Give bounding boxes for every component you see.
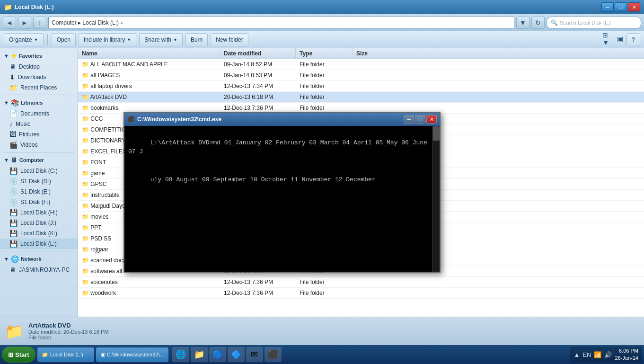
sidebar-item-videos[interactable]: 🎬 Videos bbox=[0, 140, 78, 150]
include-library-button[interactable]: Include in library ▼ bbox=[79, 33, 136, 46]
libraries-header[interactable]: ▼ 📚 Libraries bbox=[0, 97, 78, 108]
favorites-header[interactable]: ▼ ★ Favorites bbox=[0, 50, 78, 62]
sidebar-item-s1-e[interactable]: 💿 S1 Disk (E:) bbox=[0, 186, 78, 197]
cmd-icon: ▣ bbox=[100, 352, 105, 358]
favorites-arrow: ▼ bbox=[4, 53, 9, 59]
cmd-line2: uly 08_August 09_September 10_October 11… bbox=[150, 176, 376, 183]
taskbar-explorer2-button[interactable]: 📁 bbox=[191, 347, 208, 362]
sidebar-item-local-l[interactable]: 💾 Local Disk (L:) bbox=[0, 239, 78, 249]
sidebar-item-local-k[interactable]: 💾 Local Disk (K:) bbox=[0, 228, 78, 239]
taskbar-cmd2-button[interactable]: ⬛ bbox=[265, 347, 282, 362]
title-bar-title: Local Disk (L:) bbox=[15, 4, 54, 10]
libraries-label: Libraries bbox=[21, 100, 43, 106]
refresh-button[interactable]: ↻ bbox=[531, 17, 545, 29]
taskbar-chrome-button[interactable]: 🔵 bbox=[209, 347, 226, 362]
taskbar-explorer-button[interactable]: 📁 Local Disk (L:) bbox=[37, 347, 94, 362]
sidebar-item-s1-f[interactable]: 💿 S1 Disk (F:) bbox=[0, 197, 78, 207]
network-pc-label: JASMINROJIYA-PC bbox=[19, 266, 70, 273]
file-name: ArtAttack DVD bbox=[90, 94, 127, 100]
file-list-header: Name Date modified Type Size bbox=[78, 48, 644, 59]
file-name: GPSC bbox=[90, 181, 106, 187]
file-name-cell: 📁 bookmarks bbox=[78, 104, 220, 112]
preview-pane-button[interactable]: ▣ bbox=[614, 33, 626, 44]
taskbar-app1-button[interactable]: 🔷 bbox=[228, 347, 245, 362]
burn-button[interactable]: Burn bbox=[185, 33, 208, 46]
col-header-size[interactable]: Size bbox=[353, 48, 390, 59]
cmd-scrollbar[interactable] bbox=[432, 126, 440, 272]
dropdown-button[interactable]: ▼ bbox=[516, 17, 529, 29]
sidebar-item-jasmin[interactable]: 🖥 JASMINROJIYA-PC bbox=[0, 265, 78, 275]
col-header-date[interactable]: Date modified bbox=[220, 48, 296, 59]
cmd-titlebar: ⬛ C:\Windows\system32\cmd.exe ─ □ ✕ bbox=[124, 113, 440, 126]
help-button[interactable]: ? bbox=[626, 33, 640, 46]
sidebar-item-local-h[interactable]: 💾 Local Disk (H:) bbox=[0, 207, 78, 218]
cmd-close-button[interactable]: ✕ bbox=[426, 115, 437, 124]
folder-icon: 📁 bbox=[82, 170, 89, 177]
close-button[interactable]: ✕ bbox=[628, 2, 640, 12]
table-row[interactable]: 📁 ALL ABOUT MAC AND APPLE 09-Jan-14 8:52… bbox=[78, 59, 644, 70]
open-button[interactable]: Open bbox=[52, 33, 76, 46]
cmd-icon-title: ⬛ bbox=[127, 116, 134, 123]
sidebar-item-pictures[interactable]: 🖼 Pictures bbox=[0, 129, 78, 140]
file-name: scanned docs bbox=[90, 257, 125, 264]
sidebar-item-recent-places[interactable]: 📁 Recent Places bbox=[0, 82, 78, 93]
taskbar-app2-button[interactable]: ✉ bbox=[246, 347, 263, 362]
file-size-cell bbox=[353, 74, 390, 76]
status-date-label: Date modified: 20-Dec-13 6:18 PM bbox=[28, 329, 108, 335]
back-button[interactable]: ◄ bbox=[3, 17, 16, 29]
disk-h-icon: 💾 bbox=[9, 209, 18, 216]
table-row[interactable]: 📁 all IMAGES 09-Jan-14 8:53 PM File fold… bbox=[78, 70, 644, 81]
sidebar-item-local-j[interactable]: 💾 Local Disk (J:) bbox=[0, 218, 78, 228]
table-row[interactable]: 📁 all laptop drivers 12-Dec-13 7:34 PM F… bbox=[78, 81, 644, 92]
share-arrow: ▼ bbox=[173, 37, 177, 42]
tray-clock[interactable]: 6:06 PM 26-Jan-14 bbox=[615, 347, 638, 362]
forward-button[interactable]: ► bbox=[18, 17, 31, 29]
status-file-name: ArtAttack DVD bbox=[28, 322, 108, 329]
search-icon: 🔍 bbox=[551, 19, 558, 26]
table-row[interactable]: 📁 ArtAttack DVD 20-Dec-13 6:18 PM File f… bbox=[78, 92, 644, 103]
col-header-name[interactable]: Name bbox=[78, 48, 220, 59]
share-label: Share with bbox=[144, 36, 171, 43]
file-type-cell: File folder bbox=[296, 289, 353, 297]
sidebar-item-documents[interactable]: 📄 Documents bbox=[0, 108, 78, 119]
tray-arrow-icon[interactable]: ▲ bbox=[574, 351, 580, 358]
explorer-label: Local Disk (L:) bbox=[50, 352, 83, 357]
computer-header[interactable]: ▼ 🖥 Computer bbox=[0, 154, 78, 166]
maximize-button[interactable]: □ bbox=[615, 2, 627, 12]
videos-label: Videos bbox=[20, 142, 37, 148]
taskbar-ie-button[interactable]: 🌐 bbox=[172, 347, 189, 362]
file-name: EXCEL FILES bbox=[90, 148, 126, 155]
sidebar-item-desktop[interactable]: 🖥 Desktop bbox=[0, 62, 78, 72]
sidebar-item-music[interactable]: ♪ Music bbox=[0, 119, 78, 129]
cmd-line1: L:\ArtAttack DVD>md 01_January 02_Februa… bbox=[128, 139, 431, 156]
table-row[interactable]: 📁 woodwork 12-Dec-13 7:36 PM File folder bbox=[78, 288, 644, 299]
share-with-button[interactable]: Share with ▼ bbox=[139, 33, 183, 46]
disk-f-label: S1 Disk (F:) bbox=[20, 199, 50, 205]
sidebar-item-s1-d[interactable]: 💿 S1 Disk (D:) bbox=[0, 176, 78, 186]
recent-places-icon: 📁 bbox=[9, 84, 18, 91]
view-options-button[interactable]: ⊞ ▼ bbox=[602, 33, 613, 44]
organize-arrow: ▼ bbox=[34, 37, 38, 42]
cmd-minimize-button[interactable]: ─ bbox=[404, 115, 414, 124]
table-row[interactable]: 📁 voicenotes 12-Dec-13 7:36 PM File fold… bbox=[78, 277, 644, 288]
minimize-button[interactable]: ─ bbox=[601, 2, 614, 12]
taskbar-cmd-button[interactable]: ▣ C:\Windows\system32\... bbox=[96, 347, 168, 362]
start-button[interactable]: ⊞ Start bbox=[2, 346, 35, 363]
sidebar-item-local-c[interactable]: 💾 Local Disk (C:) bbox=[0, 166, 78, 176]
new-folder-button[interactable]: New folder bbox=[211, 33, 248, 46]
disk-j-icon: 💾 bbox=[9, 219, 18, 227]
cmd-controls: ─ □ ✕ bbox=[404, 115, 437, 124]
address-path[interactable]: Computer ▸ Local Disk (L:) ▸ bbox=[48, 17, 514, 29]
network-header[interactable]: ▼ 🌐 Network bbox=[0, 253, 78, 265]
organize-button[interactable]: Organize ▼ bbox=[4, 33, 44, 46]
search-box[interactable]: 🔍 Search Local Disk (L:) bbox=[547, 17, 641, 29]
cmd-maximize-button[interactable]: □ bbox=[415, 115, 425, 124]
start-label: Start bbox=[15, 351, 29, 358]
documents-label: Documents bbox=[20, 110, 49, 117]
folder-icon: 📁 bbox=[82, 72, 89, 79]
up-button[interactable]: ↑ bbox=[33, 17, 46, 29]
sidebar-item-downloads[interactable]: ⬇ Downloads bbox=[0, 72, 78, 82]
col-header-type[interactable]: Type bbox=[296, 48, 353, 59]
file-type-cell: File folder bbox=[296, 71, 353, 80]
file-size-cell bbox=[353, 96, 390, 98]
